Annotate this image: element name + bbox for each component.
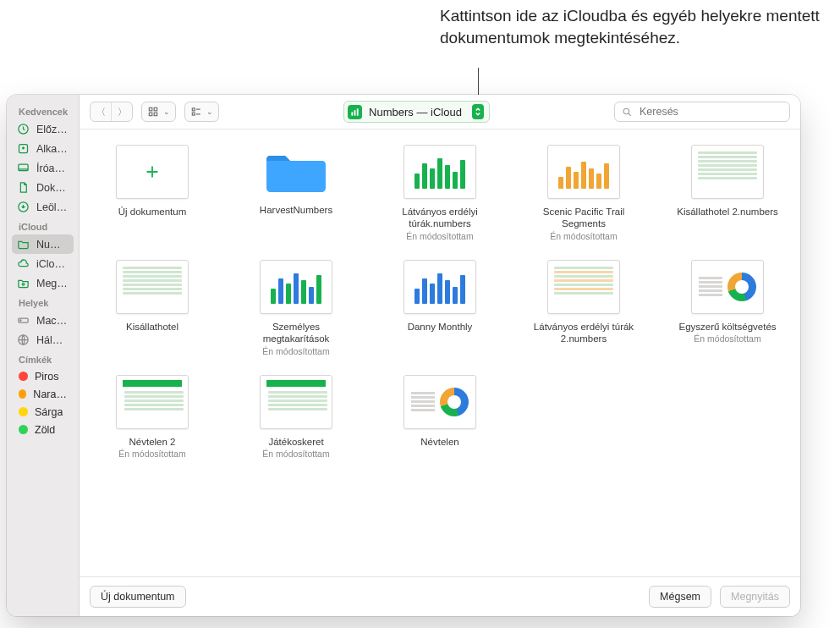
sidebar-tag-orange[interactable]: Narancs [7,385,79,403]
document-item[interactable]: Névtelen 2Én módosítottam [98,375,206,459]
document-item[interactable]: Scenic Pacific Trail SegmentsÉn módosíto… [530,145,638,241]
svg-rect-11 [154,113,157,116]
svg-rect-12 [192,108,195,111]
cancel-button[interactable]: Mégsem [649,586,711,608]
folder-icon [17,238,30,251]
sidebar-tag-yellow[interactable]: Sárga [7,403,79,421]
document-item[interactable]: Névtelen [386,375,494,459]
group-icon [190,106,202,118]
dialog-footer: Új dokumentum Mégsem Megnyitás [80,576,800,616]
search-input[interactable] [638,105,782,118]
new-document-button[interactable]: Új dokumentum [90,586,186,608]
item-title: Látványos erdélyi túrák.numbers [386,206,494,230]
sidebar-item-documents[interactable]: Dokumentumo [7,178,79,197]
item-title: Egyszerű költségvetés [678,321,776,333]
sidebar-item-label: Hálózat [36,334,69,346]
document-item[interactable]: Látványos erdélyi túrák.numbersÉn módosí… [386,145,494,241]
sidebar-item-label: Megosztott [36,278,69,289]
item-title: Névtelen 2 [129,436,176,448]
sidebar-item-label: Dokumentumo [36,182,69,194]
sidebar-header-tags: Címkék [7,350,79,367]
item-title: Látványos erdélyi túrák 2.numbers [530,321,638,345]
callout-text: Kattintson ide az iCloudba és egyéb hely… [440,5,829,48]
document-item[interactable]: Danny Monthly [386,260,494,356]
item-title: Névtelen [420,436,458,448]
open-button[interactable]: Megnyitás [720,586,790,608]
grouping-pulldown[interactable]: ⌄ [184,102,219,122]
clock-icon [17,123,30,136]
document-item[interactable]: JátékoskeretÉn módosítottam [242,375,350,459]
svg-rect-8 [149,107,152,110]
back-button[interactable]: 〈 [91,102,111,121]
svg-point-17 [623,108,629,114]
sidebar-tag-red[interactable]: Piros [7,367,79,385]
sidebar-item-shared[interactable]: Megosztott [7,273,79,293]
hdd-icon [17,314,30,328]
svg-rect-9 [154,107,157,110]
document-thumbnail [116,260,189,314]
item-subtitle: Én módosítottam [262,449,329,459]
sidebar-item-icloud-drive[interactable]: iCloud Drive [7,254,79,273]
sidebar-item-label: Leöltések [36,201,69,213]
sidebar-item-macintosh-hd[interactable]: Macintosh HD [7,311,79,330]
document-thumbnail [260,375,332,429]
document-thumbnail [691,260,764,314]
sidebar-item-network[interactable]: Hálózat [7,330,79,350]
chevron-left-icon: 〈 [96,106,106,118]
document-thumbnail [404,145,476,199]
chevron-right-icon: 〉 [118,106,127,118]
document-thumbnail [547,260,620,314]
item-subtitle: Én módosítottam [550,231,617,241]
tag-label: Piros [35,371,58,383]
sidebar-tag-green[interactable]: Zöld [7,421,79,438]
sidebar-header-icloud: iCloud [7,217,79,234]
folder-item[interactable]: HarvestNumbers [242,145,350,241]
sidebar-item-label: Macintosh HD [36,315,69,327]
sidebar-item-desktop[interactable]: Íróasztal [7,158,79,178]
tag-label: Zöld [35,424,55,436]
item-title: Scenic Pacific Trail Segments [530,206,638,230]
sidebar-item-label: Íróasztal [36,163,69,174]
svg-rect-16 [357,108,359,115]
location-popup[interactable]: Numbers — iCloud [343,101,490,123]
sidebar-item-recents[interactable]: Előzmények [7,119,79,139]
svg-rect-15 [354,110,356,115]
document-thumbnail [404,375,476,429]
desktop-icon [17,162,30,175]
svg-rect-2 [19,164,28,171]
tag-dot-icon [19,389,26,399]
folder-thumbnail [261,145,332,197]
grid-icon [147,106,159,118]
document-item[interactable]: Kisállathotel 2.numbers [673,145,782,241]
search-field[interactable] [614,102,790,122]
sidebar-item-downloads[interactable]: Leöltések [7,197,79,217]
forward-button[interactable]: 〉 [111,102,132,121]
document-thumbnail [691,145,764,199]
sidebar-item-applications[interactable]: Alkalmazások [7,139,79,158]
tag-dot-icon [19,372,28,381]
sidebar-item-label: Numbers [36,239,69,251]
item-title: Személyes megtakarítások [242,321,350,345]
sidebar-header-favorites: Kedvencek [7,102,79,119]
document-item[interactable]: Személyes megtakarításokÉn módosítottam [242,260,350,356]
main-area: 〈 〉 ⌄ ⌄ Numbers — iCloud [80,95,800,616]
download-icon [17,201,30,214]
sidebar-item-label: Előzmények [36,124,69,135]
view-mode-pulldown[interactable]: ⌄ [141,102,176,122]
sidebar-item-numbers[interactable]: Numbers [12,234,74,254]
tag-label: Narancs [33,388,67,400]
new-document-item[interactable]: Új dokumentum [98,145,206,241]
toolbar: 〈 〉 ⌄ ⌄ Numbers — iCloud [80,95,800,129]
svg-rect-10 [149,113,152,116]
item-title: Új dokumentum [118,206,187,218]
doc-icon [17,181,30,195]
document-item[interactable]: Kisállathotel [98,260,206,356]
document-item[interactable]: Látványos erdélyi túrák 2.numbers [530,260,638,356]
document-item[interactable]: Egyszerű költségvetésÉn módosítottam [673,260,782,356]
item-subtitle: Én módosítottam [406,231,473,241]
item-title: HarvestNumbers [260,204,332,216]
svg-rect-14 [351,112,353,115]
sidebar: Kedvencek Előzmények Alkalmazások Íróasz… [7,95,80,616]
item-title: Kisállathotel [126,321,178,333]
chevron-down-icon: ⌄ [206,107,213,116]
